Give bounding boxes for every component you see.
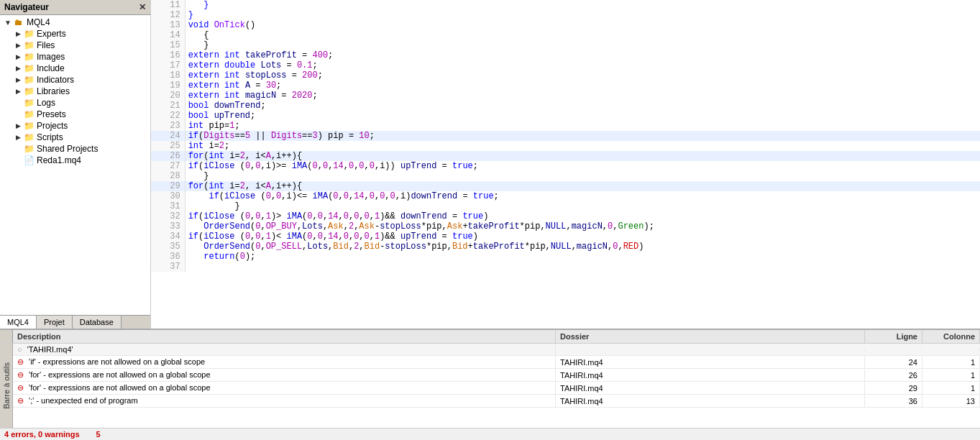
line-number: 33 (151, 221, 185, 232)
tree-item-indicators[interactable]: ▶ 📁 Indicators (0, 74, 150, 86)
line-number: 36 (151, 252, 185, 262)
line-number: 17 (151, 60, 185, 70)
error-icon-4: ⊖ (17, 396, 24, 405)
code-editor: 11 } 12 } 13 void OnTick() 14 { (151, 0, 980, 329)
tree-label-experts: Experts (37, 29, 66, 39)
expander-images: ▶ (13, 53, 23, 60)
table-row: 34 if(iClose (0,0,1)< iMA(0,0,14,0,0,0,1… (151, 232, 980, 242)
list-item[interactable]: ⊖ 'if' - expressions are not allowed on … (13, 356, 980, 369)
errors-summary: 4 errors, 0 warnings (4, 430, 80, 439)
error-line-4: 36 (865, 395, 922, 407)
expander-libraries: ▶ (13, 88, 23, 95)
folder-experts-icon: 📁 (23, 29, 35, 39)
code-content: if(iClose (0,0,i)<= iMA(0,0,14,0,0,0,i)d… (185, 191, 980, 201)
folder-shared-projects-icon: 📁 (23, 144, 35, 154)
folder-indicators-icon: 📁 (23, 75, 35, 85)
tree-label-presets: Presets (37, 109, 66, 119)
table-row: 32 if(iClose (0,0,1)> iMA(0,0,14,0,0,0,1… (151, 211, 980, 221)
col-folder: Dossier (556, 330, 865, 343)
navigator-tree: ▼ 🖿 MQL4 ▶ 📁 Experts ▶ 📁 Files ▶ 📁 Image… (0, 15, 150, 315)
folder-images-icon: 📁 (23, 52, 35, 62)
tool-tab[interactable]: Barre à outils (0, 344, 13, 428)
table-row: 30 if(iClose (0,0,i)<= iMA(0,0,14,0,0,0,… (151, 191, 980, 201)
table-row: 18 extern int stopLoss = 200; (151, 70, 980, 81)
col-column: Colonne (922, 330, 980, 343)
tree-item-logs[interactable]: 📁 Logs (0, 97, 150, 109)
tree-item-experts[interactable]: ▶ 📁 Experts (0, 28, 150, 40)
table-row: 11 } (151, 0, 980, 10)
navigator-close-button[interactable]: ✕ (139, 2, 146, 12)
tree-item-include[interactable]: ▶ 📁 Include (0, 63, 150, 74)
line-number: 22 (151, 111, 185, 121)
line-number: 25 (151, 141, 185, 151)
tree-item-images[interactable]: ▶ 📁 Images (0, 51, 150, 63)
error-col-2: 1 (922, 370, 980, 381)
mql4-icon: 🖿 (13, 17, 24, 27)
error-section-header[interactable]: ○ 'TAHIRI.mq4' (13, 344, 980, 356)
tree-label-reda1: Reda1.mq4 (37, 155, 81, 165)
folder-logs-icon: 📁 (23, 98, 35, 108)
line-number: 32 (151, 211, 185, 221)
error-line-2: 26 (865, 370, 922, 381)
tree-item-libraries[interactable]: ▶ 📁 Libraries (0, 86, 150, 97)
table-row: 27 if(iClose (0,0,i)>= iMA(0,0,14,0,0,0,… (151, 161, 980, 171)
line-number: 34 (151, 232, 185, 242)
line-number: 19 (151, 81, 185, 91)
code-content: for(int i=2, i<A,i++){ (185, 151, 980, 161)
tool-tab-label: Barre à outils (2, 362, 11, 409)
tree-item-files[interactable]: ▶ 📁 Files (0, 40, 150, 51)
list-item[interactable]: ⊖ 'for' - expressions are not allowed on… (13, 382, 980, 395)
code-content: int pip=1; (185, 121, 980, 131)
table-row: 14 { (151, 30, 980, 40)
expander-projects: ▶ (13, 122, 23, 129)
nav-tab-projet[interactable]: Projet (37, 316, 73, 329)
code-content: if(Digits==5 || Digits==3) pip = 10; (185, 131, 980, 141)
code-content: OrderSend(0,OP_BUY,Lots,Ask,2,Ask-stopLo… (185, 221, 980, 232)
tree-label-libraries: Libraries (37, 86, 70, 96)
error-col-3: 1 (922, 382, 980, 394)
error-count: 5 (96, 430, 101, 439)
expander-mql4: ▼ (3, 19, 13, 27)
section-folder (556, 348, 865, 351)
line-number: 15 (151, 40, 185, 50)
tree-item-projects[interactable]: ▶ 📁 Projects (0, 120, 150, 132)
folder-libraries-icon: 📁 (23, 86, 35, 96)
line-number: 23 (151, 121, 185, 131)
tree-item-scripts[interactable]: ▶ 📁 Scripts (0, 132, 150, 143)
tree-item-presets[interactable]: 📁 Presets (0, 109, 150, 120)
tree-label-images: Images (37, 52, 65, 62)
code-content: if(iClose (0,0,1)< iMA(0,0,14,0,0,0,1)&&… (185, 232, 980, 242)
code-content: if(iClose (0,0,i)>= iMA(0,0,14,0,0,0,i))… (185, 161, 980, 171)
tree-item-mql4[interactable]: ▼ 🖿 MQL4 (0, 17, 150, 28)
table-row: 15 } (151, 40, 980, 50)
nav-tab-database[interactable]: Database (73, 316, 122, 329)
tree-label-include: Include (37, 63, 65, 73)
code-area[interactable]: 11 } 12 } 13 void OnTick() 14 { (151, 0, 980, 329)
line-number: 11 (151, 0, 185, 10)
error-desc-2: ⊖ 'for' - expressions are not allowed on… (13, 369, 556, 381)
list-item[interactable]: ⊖ ';' - unexpected end of program TAHIRI… (13, 395, 980, 408)
error-line-1: 24 (865, 357, 922, 368)
list-item[interactable]: ⊖ 'for' - expressions are not allowed on… (13, 369, 980, 382)
navigator-panel: Navigateur ✕ ▼ 🖿 MQL4 ▶ 📁 Experts ▶ 📁 Fi… (0, 0, 151, 329)
tree-label-indicators: Indicators (37, 75, 74, 85)
tree-item-reda1[interactable]: 📄 Reda1.mq4 (0, 155, 150, 166)
error-desc-3: ⊖ 'for' - expressions are not allowed on… (13, 382, 556, 394)
table-row: 23 int pip=1; (151, 121, 980, 131)
error-desc-1: ⊖ 'if' - expressions are not allowed on … (13, 356, 556, 368)
line-number: 30 (151, 191, 185, 201)
folder-files-icon: 📁 (23, 40, 35, 50)
table-row: 31 } (151, 201, 980, 211)
line-number: 20 (151, 91, 185, 101)
code-content: } (185, 201, 980, 211)
error-folder-1: TAHIRI.mq4 (556, 357, 865, 368)
code-content: extern int magicN = 2020; (185, 91, 980, 101)
error-desc-4: ⊖ ';' - unexpected end of program (13, 395, 556, 407)
tree-item-shared-projects[interactable]: 📁 Shared Projects (0, 143, 150, 155)
nav-tab-mql4[interactable]: MQL4 (0, 316, 37, 329)
folder-presets-icon: 📁 (23, 109, 35, 119)
navigator-tabs: MQL4 Projet Database (0, 315, 150, 329)
code-content: extern double Lots = 0.1; (185, 60, 980, 70)
code-content: bool upTrend; (185, 111, 980, 121)
code-content: OrderSend(0,OP_SELL,Lots,Bid,2,Bid-stopL… (185, 242, 980, 252)
